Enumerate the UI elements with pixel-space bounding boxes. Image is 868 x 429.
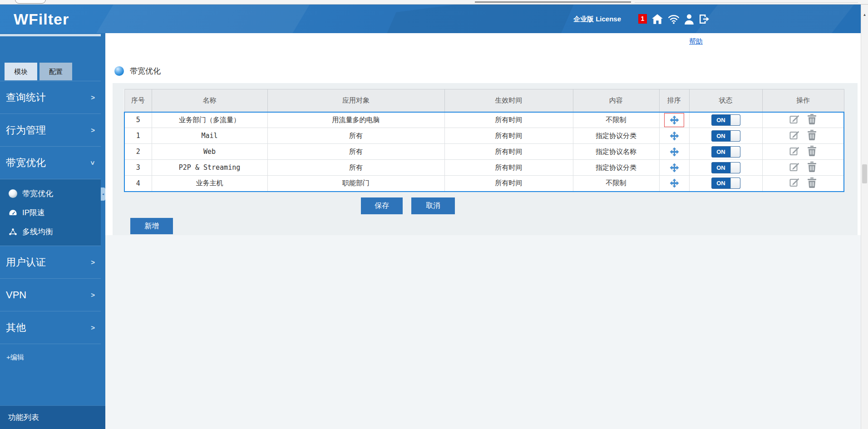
save-button[interactable]: 保存: [361, 197, 403, 214]
top-divider-line-2: [635, 2, 858, 3]
sort-handle[interactable]: [664, 176, 684, 190]
move-icon: [670, 147, 679, 157]
table-row: 4 业务主机 职能部门 所有时间 不限制 ON: [124, 176, 844, 192]
sidebar: 模块 配置 查询统计 行为管理 带宽优化 带宽优化 IP限速: [0, 33, 105, 429]
header-decor: [373, 5, 581, 33]
edit-button[interactable]: [789, 130, 800, 141]
sidebar-item-user-auth[interactable]: 用户认证: [0, 246, 101, 279]
sidebar-item-bandwidth-opt[interactable]: 带宽优化: [0, 147, 101, 179]
edit-button[interactable]: [789, 114, 800, 125]
logout-icon[interactable]: [699, 14, 710, 25]
tab-config[interactable]: 配置: [39, 63, 72, 80]
delete-button[interactable]: [807, 178, 817, 188]
sidebar-subitem-bandwidth-opt[interactable]: 带宽优化: [0, 184, 101, 203]
cell-target: 用流量多的电脑: [267, 112, 444, 128]
license-label: 企业版 License: [573, 15, 621, 23]
cancel-button[interactable]: 取消: [411, 197, 455, 214]
delete-button[interactable]: [807, 162, 817, 172]
cell-seq: 4: [124, 176, 152, 192]
scrollbar-thumb[interactable]: [862, 164, 867, 183]
trash-icon: [807, 146, 817, 156]
move-icon: [670, 131, 679, 141]
cell-target: 职能部门: [267, 176, 444, 192]
cell-ops: [762, 112, 844, 128]
toggle-label: ON: [712, 178, 730, 188]
col-name: 名称: [152, 89, 267, 112]
toggle-label: ON: [712, 115, 730, 125]
cell-status: ON: [689, 128, 762, 144]
sidebar-item-query-stats[interactable]: 查询统计: [0, 81, 101, 114]
sort-handle[interactable]: [664, 145, 684, 159]
status-toggle[interactable]: ON: [711, 178, 740, 189]
move-icon: [670, 115, 679, 125]
app-logo: WFilter: [14, 10, 69, 28]
edit-button[interactable]: [789, 146, 800, 157]
balance-icon: [9, 228, 17, 236]
cell-name: Mail: [152, 128, 267, 144]
cell-target: 所有: [267, 144, 444, 160]
sidebar-subitem-ip-limit[interactable]: IP限速: [0, 203, 101, 222]
sort-handle[interactable]: [664, 161, 684, 175]
sidebar-item-others[interactable]: 其他: [0, 311, 101, 344]
sidebar-collapse-handle[interactable]: [101, 187, 105, 201]
status-toggle[interactable]: ON: [711, 114, 740, 126]
chevron-down-icon: [77, 161, 109, 165]
cell-content: 指定协议分类: [573, 160, 659, 176]
scroll-up-arrow[interactable]: ▲: [861, 13, 868, 17]
col-time: 生效时间: [444, 89, 573, 112]
tab-modules[interactable]: 模块: [5, 63, 37, 80]
delete-button[interactable]: [807, 114, 817, 124]
chevron-right-icon: [91, 279, 95, 311]
trash-icon: [807, 178, 817, 188]
edit-icon: [789, 177, 800, 188]
delete-button[interactable]: [807, 130, 817, 140]
cell-seq: 2: [124, 144, 152, 160]
user-icon[interactable]: [684, 14, 694, 25]
trash-icon: [807, 130, 817, 140]
sort-handle[interactable]: [664, 113, 684, 127]
status-toggle[interactable]: ON: [711, 146, 740, 158]
col-ops: 操作: [762, 89, 844, 112]
cell-sort: [659, 160, 689, 176]
edit-button[interactable]: [789, 162, 800, 173]
toggle-knob: [730, 115, 740, 125]
toggle-label: ON: [712, 147, 730, 157]
sort-handle[interactable]: [664, 129, 684, 143]
sidebar-submenu: 带宽优化 IP限速 多线均衡: [0, 179, 101, 246]
sidebar-item-behavior-mgmt[interactable]: 行为管理: [0, 114, 101, 147]
home-icon[interactable]: [651, 14, 663, 25]
status-toggle[interactable]: ON: [711, 130, 740, 142]
policy-table-body: 5 业务部门（多流量） 用流量多的电脑 所有时间 不限制 ON: [124, 112, 844, 192]
header-decor: [80, 5, 324, 33]
notification-badge[interactable]: 1: [638, 14, 647, 24]
add-button[interactable]: 新增: [130, 218, 173, 234]
vertical-scrollbar[interactable]: ▲: [861, 5, 868, 429]
top-divider-line: [475, 1, 631, 3]
help-link[interactable]: 帮助: [689, 37, 703, 46]
status-toggle[interactable]: ON: [711, 162, 740, 173]
col-status: 状态: [689, 89, 762, 112]
content-lower-area: [105, 235, 861, 429]
cell-ops: [762, 160, 844, 176]
cell-sort: [659, 128, 689, 144]
sidebar-top-strip: [0, 34, 101, 36]
col-content: 内容: [573, 89, 659, 112]
toggle-knob: [730, 131, 740, 141]
sidebar-menu: 查询统计 行为管理 带宽优化 带宽优化 IP限速: [0, 81, 101, 362]
edit-button[interactable]: [789, 177, 800, 188]
cell-seq: 1: [124, 128, 152, 144]
wifi-icon[interactable]: [668, 14, 680, 24]
cell-target: 所有: [267, 128, 444, 144]
policy-table: 序号 名称 应用对象 生效时间 内容 排序 状态 操作 5 业务部门（多流量） …: [124, 89, 844, 192]
cell-status: ON: [689, 112, 762, 128]
toggle-label: ON: [712, 163, 730, 173]
edit-icon: [789, 130, 800, 141]
cell-status: ON: [689, 176, 762, 192]
sidebar-edit-link[interactable]: +编辑: [0, 353, 101, 362]
cell-time: 所有时间: [444, 160, 573, 176]
delete-button[interactable]: [807, 146, 817, 156]
sidebar-footer-function-list[interactable]: 功能列表: [0, 405, 105, 429]
sidebar-item-vpn[interactable]: VPN: [0, 279, 101, 311]
sidebar-subitem-load-balance[interactable]: 多线均衡: [0, 222, 101, 241]
cell-sort: [659, 112, 689, 128]
